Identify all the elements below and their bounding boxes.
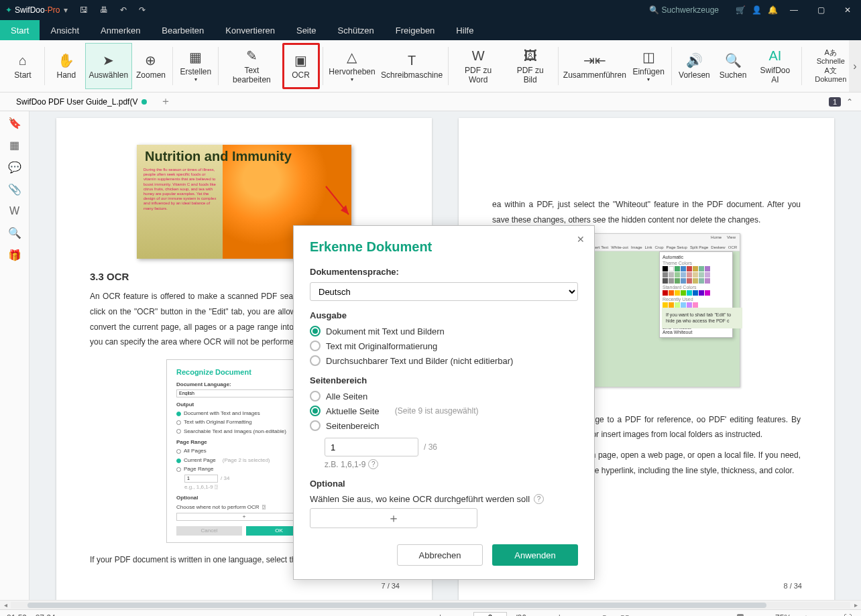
next-page-icon[interactable]: ▸	[534, 613, 544, 617]
ribbon-ai[interactable]: AISwifDoo AI	[752, 43, 799, 89]
print-icon[interactable]: 🖶	[100, 5, 108, 15]
ribbon-edit-text[interactable]: ✎Text bearbeiten	[221, 43, 282, 89]
merge-icon: ⇥⇤	[583, 52, 606, 68]
page-number: 7 / 34	[381, 582, 400, 590]
menu-convert[interactable]: Konvertieren	[215, 20, 286, 40]
menu-protect[interactable]: Schützen	[327, 20, 385, 40]
typewriter-icon: T	[408, 52, 416, 68]
image-icon: 🖼	[524, 48, 537, 64]
ribbon-typewriter[interactable]: TSchreibmaschine	[379, 43, 445, 89]
comments-icon[interactable]: 💬	[8, 161, 21, 174]
page-range-input[interactable]	[325, 438, 418, 456]
menu-start[interactable]: Start	[0, 20, 40, 40]
ribbon-zoom[interactable]: ⊕Zoomen	[132, 43, 170, 89]
menu-view[interactable]: Ansicht	[40, 20, 90, 40]
quick-access-toolbar: 🖫 🖶 ↶ ↷	[80, 5, 146, 15]
undo-icon[interactable]: ↶	[120, 5, 127, 15]
work-area: 🔖 ▦ 💬 📎 W 🔍 🎁 Nutrition and Immunity Dur…	[0, 111, 861, 600]
add-tab-button[interactable]: ＋	[160, 95, 171, 109]
search-panel-icon[interactable]: 🔍	[8, 227, 21, 239]
continuous-icon[interactable]: ≣	[640, 613, 652, 617]
redo-icon[interactable]: ↷	[139, 5, 146, 15]
menu-edit[interactable]: Bearbeiten	[151, 20, 215, 40]
search-tools[interactable]: 🔍 Suchwerkzeuge	[649, 5, 719, 15]
scrollbar-thumb[interactable]	[27, 603, 766, 608]
dialog-close-icon[interactable]: ✕	[577, 234, 585, 245]
cursor-icon: ➤	[103, 52, 114, 68]
scroll-left-icon[interactable]: ◂	[0, 601, 11, 609]
ribbon-pdf2img[interactable]: 🖼PDF zu Bild	[506, 43, 555, 89]
status-bar: 21.59 x 27.94 cm |◂ ◂ /36 ▸ ▸| ▯ ▯▯ ≣ − …	[0, 609, 861, 616]
menu-page[interactable]: Seite	[286, 20, 327, 40]
ribbon-ocr[interactable]: ▣OCR	[282, 43, 320, 89]
help-icon[interactable]: ?	[534, 494, 544, 504]
fit-width-icon[interactable]: ⇔	[821, 613, 833, 617]
ribbon-highlight[interactable]: △Hervorheben▾	[325, 43, 378, 89]
page-input[interactable]	[473, 612, 507, 617]
notify-icon[interactable]: 🔔	[764, 2, 781, 18]
single-page-icon[interactable]: ▯	[599, 613, 610, 617]
maximize-button[interactable]: ▢	[807, 0, 834, 20]
page-count-badge: 1	[829, 97, 841, 107]
close-button[interactable]: ✕	[834, 0, 861, 20]
ribbon-merge[interactable]: ⇥⇤Zusammenführen	[561, 43, 628, 89]
attachments-icon[interactable]: 📎	[8, 183, 21, 196]
horizontal-scrollbar[interactable]: ◂ ▸	[0, 600, 861, 609]
page-total: / 36	[424, 442, 437, 452]
range-label: Seitenbereich	[310, 375, 578, 385]
ribbon-select[interactable]: ➤Auswählen	[85, 43, 132, 89]
prev-page-icon[interactable]: ◂	[456, 613, 465, 617]
scroll-right-icon[interactable]: ▸	[850, 601, 861, 609]
home-icon: ⌂	[19, 52, 27, 68]
radio-icon	[310, 420, 321, 431]
output-label: Ausgabe	[310, 310, 578, 320]
apply-button[interactable]: Anwenden	[492, 544, 578, 566]
cancel-button[interactable]: Abbrechen	[397, 544, 483, 566]
menu-annotate[interactable]: Anmerken	[90, 20, 151, 40]
qat-dropdown-icon[interactable]: ▾	[64, 5, 68, 15]
first-page-icon[interactable]: |◂	[437, 613, 448, 617]
word-panel-icon[interactable]: W	[9, 205, 19, 217]
ribbon-start[interactable]: ⌂Start	[4, 43, 42, 89]
page-total: /36	[515, 613, 526, 617]
document-tab[interactable]: SwifDoo PDF User Guide_L.pdf(V	[9, 95, 154, 109]
range-all[interactable]: Alle Seiten	[310, 391, 578, 402]
ribbon-search[interactable]: 🔍Suchen	[714, 43, 752, 89]
radio-icon	[310, 341, 321, 351]
thumbnails-icon[interactable]: ▦	[9, 139, 19, 151]
output-option-3[interactable]: Durchsuchbarer Text und Bilder (nicht ed…	[310, 355, 578, 366]
gift-icon[interactable]: 🎁	[8, 249, 21, 261]
output-option-2[interactable]: Text mit Originalformatierung	[310, 341, 578, 351]
last-page-icon[interactable]: ▸|	[552, 613, 563, 617]
menu-help[interactable]: Hilfe	[445, 20, 484, 40]
zoom-icon: ⊕	[145, 52, 156, 68]
save-icon[interactable]: 🖫	[80, 5, 88, 15]
search-icon: 🔍	[725, 52, 742, 68]
ribbon-hand[interactable]: ✋Hand	[48, 43, 85, 89]
cart-icon[interactable]: 🛒	[732, 2, 748, 18]
ribbon-overflow[interactable]: ›	[849, 40, 861, 92]
minimize-button[interactable]: —	[781, 0, 807, 20]
language-select[interactable]: Deutsch	[310, 282, 578, 301]
help-icon[interactable]: ?	[368, 459, 378, 469]
bookmark-icon[interactable]: 🔖	[8, 117, 21, 129]
add-exclusion-area[interactable]: ＋	[310, 508, 477, 528]
output-option-1[interactable]: Dokument mit Text und Bildern	[310, 326, 578, 336]
user-icon[interactable]: 👤	[748, 2, 764, 18]
page-dimensions: 21.59 x 27.94 cm	[7, 613, 68, 617]
highlight-icon: △	[347, 49, 357, 65]
menu-share[interactable]: Freigeben	[385, 20, 446, 40]
collapse-ribbon-icon[interactable]: ⌃	[846, 97, 853, 107]
fullscreen-icon[interactable]: ⛶	[841, 613, 854, 617]
ribbon-read-aloud[interactable]: 🔊Vorlesen	[675, 43, 714, 89]
hand-icon: ✋	[58, 52, 74, 68]
two-page-icon[interactable]: ▯▯	[618, 613, 632, 617]
zoom-in-icon[interactable]: ＋	[799, 612, 813, 616]
ribbon-create[interactable]: ▦Erstellen▾	[176, 43, 215, 89]
range-custom[interactable]: Seitenbereich	[310, 420, 578, 431]
range-current[interactable]: Aktuelle Seite (Seite 9 ist ausgewählt)	[310, 406, 578, 416]
zoom-out-icon[interactable]: −	[689, 613, 699, 617]
ribbon-pdf2word[interactable]: WPDF zu Word	[451, 43, 505, 89]
ribbon-insert[interactable]: ◫Einfügen▾	[628, 43, 669, 89]
menu-bar: Start Ansicht Anmerken Bearbeiten Konver…	[0, 20, 861, 40]
